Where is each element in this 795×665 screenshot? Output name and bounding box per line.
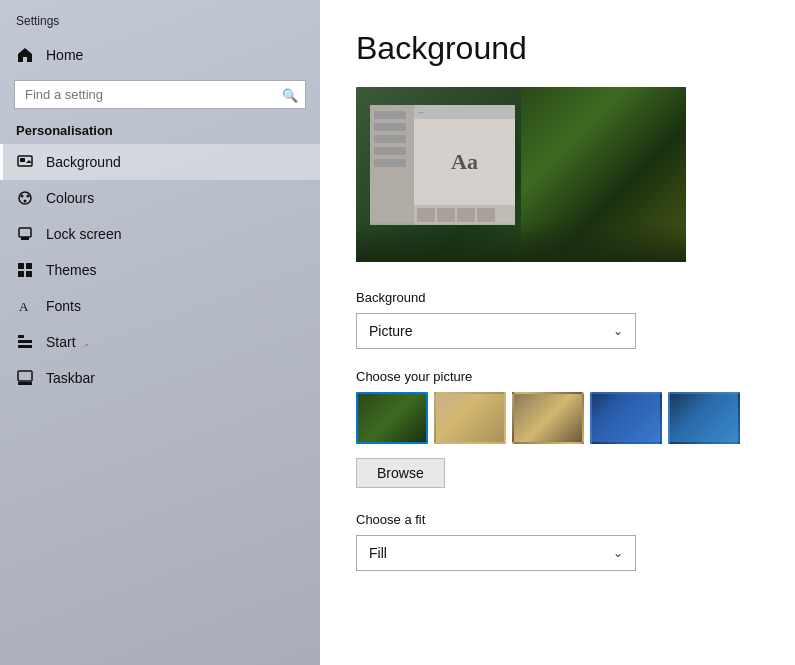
svg-rect-14: [18, 340, 32, 343]
fonts-icon: A: [16, 297, 34, 315]
home-icon: [16, 46, 34, 64]
svg-point-3: [21, 195, 24, 198]
background-dropdown[interactable]: Picture ⌄: [356, 313, 636, 349]
search-icon: 🔍: [282, 87, 298, 102]
colours-icon: [16, 189, 34, 207]
sidebar: Settings Home 🔍 Personalisation Backgrou…: [0, 0, 320, 665]
sidebar-item-lock-screen[interactable]: Lock screen: [0, 216, 320, 252]
thumbnail-1[interactable]: [356, 392, 428, 444]
sidebar-item-colours-label: Colours: [46, 190, 94, 206]
svg-rect-13: [18, 335, 24, 338]
taskbar-icon: [16, 369, 34, 387]
svg-rect-16: [18, 371, 32, 381]
picture-thumbnails: [356, 392, 759, 444]
sidebar-item-taskbar-label: Taskbar: [46, 370, 95, 386]
svg-rect-10: [18, 271, 24, 277]
choose-fit-label: Choose a fit: [356, 512, 759, 527]
thumbnail-2[interactable]: [434, 392, 506, 444]
svg-point-4: [27, 195, 30, 198]
fit-dropdown-value: Fill: [369, 545, 387, 561]
background-section-label: Background: [356, 290, 759, 305]
background-preview: ··· Aa: [356, 87, 686, 262]
svg-rect-17: [18, 382, 32, 385]
sidebar-item-taskbar[interactable]: Taskbar: [0, 360, 320, 396]
search-input[interactable]: [14, 80, 306, 109]
sidebar-item-themes-label: Themes: [46, 262, 97, 278]
svg-rect-15: [18, 345, 32, 348]
choose-picture-label: Choose your picture: [356, 369, 759, 384]
themes-icon: [16, 261, 34, 279]
sidebar-item-fonts-label: Fonts: [46, 298, 81, 314]
svg-rect-6: [19, 228, 31, 237]
sidebar-item-background-label: Background: [46, 154, 121, 170]
sidebar-item-home[interactable]: Home: [0, 36, 320, 74]
svg-rect-8: [18, 263, 24, 269]
svg-rect-11: [26, 271, 32, 277]
preview-window: ··· Aa: [370, 105, 515, 225]
start-icon: [16, 333, 34, 351]
sidebar-item-fonts[interactable]: A Fonts: [0, 288, 320, 324]
sidebar-item-start-label: Start: [46, 334, 76, 350]
app-title: Settings: [0, 0, 320, 36]
page-title: Background: [356, 30, 759, 67]
personalisation-label: Personalisation: [0, 119, 320, 144]
sidebar-item-start[interactable]: Start: [0, 324, 320, 360]
thumbnail-4[interactable]: [590, 392, 662, 444]
chevron-down-icon: ⌄: [613, 324, 623, 338]
preview-shadow: [356, 222, 686, 262]
svg-rect-1: [20, 158, 25, 162]
main-content: Background ··· Aa: [320, 0, 795, 665]
background-icon: [16, 153, 34, 171]
thumbnail-5[interactable]: [668, 392, 740, 444]
preview-aa-text: Aa: [451, 149, 478, 175]
svg-point-5: [24, 200, 27, 203]
home-label: Home: [46, 47, 83, 63]
fit-chevron-down-icon: ⌄: [613, 546, 623, 560]
svg-rect-7: [21, 237, 29, 240]
fit-dropdown[interactable]: Fill ⌄: [356, 535, 636, 571]
sidebar-item-themes[interactable]: Themes: [0, 252, 320, 288]
svg-rect-9: [26, 263, 32, 269]
sidebar-item-lock-screen-label: Lock screen: [46, 226, 121, 242]
sidebar-item-background[interactable]: Background: [0, 144, 320, 180]
search-box: 🔍: [14, 80, 306, 109]
thumbnail-3[interactable]: [512, 392, 584, 444]
browse-button[interactable]: Browse: [356, 458, 445, 488]
background-dropdown-value: Picture: [369, 323, 413, 339]
sidebar-item-colours[interactable]: Colours: [0, 180, 320, 216]
lock-screen-icon: [16, 225, 34, 243]
svg-text:A: A: [19, 299, 29, 314]
